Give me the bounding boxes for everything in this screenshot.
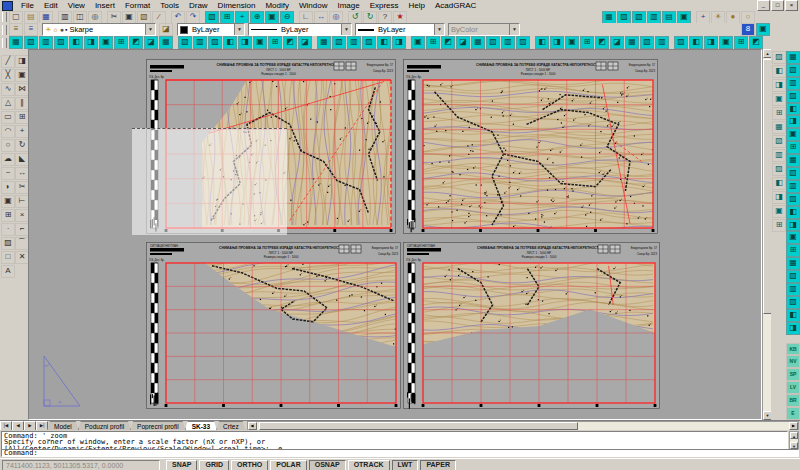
menu-format[interactable]: Format [120, 0, 155, 11]
grac-tool-icon[interactable]: ◨ [550, 36, 564, 49]
grac-layer-set-icon[interactable]: NV [786, 355, 800, 368]
insert-raster-icon[interactable]: ▧ [205, 11, 219, 24]
scroll-up-icon[interactable]: ▲ [790, 432, 798, 439]
lock-icon[interactable]: ● [726, 11, 740, 24]
grac-tool-icon[interactable]: ▣ [99, 36, 113, 49]
zoom-previous-icon[interactable]: ⊖ [280, 11, 294, 24]
grac-tool-icon[interactable]: ▨ [54, 36, 68, 49]
zoom-window-icon[interactable]: ▣ [265, 11, 279, 24]
grac-tool-icon[interactable]: ▦ [772, 121, 786, 134]
toolbar-grip[interactable] [2, 25, 7, 35]
grac-tool-icon[interactable]: ◧ [786, 103, 800, 116]
cut-icon[interactable]: ✂ [107, 11, 121, 24]
menu-file[interactable]: File [16, 0, 39, 11]
polygon-icon[interactable]: △ [1, 97, 15, 110]
toggle-lwt[interactable]: LWT [392, 460, 419, 470]
menu-help[interactable]: Help [404, 0, 430, 11]
regen-icon[interactable]: ↻ [363, 11, 377, 24]
grac-tool-icon[interactable]: ▦ [317, 36, 331, 49]
grac-tool-icon[interactable]: ▣ [565, 36, 579, 49]
grac-tool-icon[interactable]: ◧ [223, 36, 237, 49]
grac-tool-icon[interactable]: ▧ [786, 167, 800, 180]
grac-tool-icon[interactable]: ▨ [208, 36, 222, 49]
menu-modify[interactable]: Modify [260, 0, 294, 11]
menu-tools[interactable]: Tools [155, 0, 184, 11]
menu-window[interactable]: Window [294, 0, 332, 11]
grac-tool-icon[interactable]: ◧ [377, 36, 391, 49]
grac-tool-icon[interactable]: ◩ [441, 36, 455, 49]
copy-object-icon[interactable]: ▣ [15, 69, 29, 82]
drawing-area[interactable]: СНИМАЊЕ ПРОМЕНА ЗА ПОТРЕБЕ ИЗРАДЕ КАТАСТ… [28, 49, 762, 420]
grac-survey-icon[interactable]: ▦ [602, 11, 616, 24]
grac-tool-icon[interactable]: ▧ [786, 270, 800, 283]
grac-tool-icon[interactable]: ◨ [786, 219, 800, 232]
grac-tool-icon[interactable]: ⊞ [786, 244, 800, 257]
scroll-left-icon[interactable]: ◀ [248, 422, 257, 430]
menu-view[interactable]: View [63, 0, 90, 11]
lineweight-dropdown[interactable]: ByLayer ▼ [355, 23, 445, 36]
grac-tool-icon[interactable]: ⊞ [580, 36, 594, 49]
grac-tool-icon[interactable]: ◧ [69, 36, 83, 49]
grac-tool-icon[interactable]: ▨ [786, 296, 800, 309]
scale-icon[interactable]: ◣ [15, 153, 29, 166]
command-input[interactable]: Command: [1, 449, 799, 457]
ellipse-icon[interactable]: ◗ [1, 181, 15, 194]
grac-report-icon[interactable]: ▣ [677, 11, 691, 24]
grac-tool-icon[interactable]: 8 [741, 23, 755, 36]
grac-tool-icon[interactable]: ▣ [253, 36, 267, 49]
grac-tool-icon[interactable]: ◧ [689, 36, 703, 49]
grac-import-icon[interactable]: ▥ [647, 11, 661, 24]
grac-tool-icon[interactable]: ◩ [749, 36, 763, 49]
grac-tool-icon[interactable]: ▥ [347, 36, 361, 49]
zoom-realtime-icon[interactable]: ⊕ [250, 11, 264, 24]
grac-tool-icon[interactable]: ▨ [772, 163, 786, 176]
grac-tool-icon[interactable]: ▧ [332, 36, 346, 49]
command-scrollbar[interactable]: ▲ ▼ [789, 431, 799, 450]
grac-tool-icon[interactable]: ◨ [392, 36, 406, 49]
grac-tool-icon[interactable]: ▨ [362, 36, 376, 49]
grac-tool-icon[interactable]: ⊞ [426, 36, 440, 49]
stretch-icon[interactable]: ↔ [15, 167, 29, 180]
chevron-down-icon[interactable]: ▼ [341, 24, 351, 35]
grac-tool-icon[interactable]: ⊞ [772, 107, 786, 120]
menu-express[interactable]: Express [365, 0, 404, 11]
grac-tool-icon[interactable]: ◧ [786, 309, 800, 322]
named-views-icon[interactable]: ◎ [329, 11, 343, 24]
undo-icon[interactable]: ↶ [171, 11, 185, 24]
arc-icon[interactable]: ◠ [1, 125, 15, 138]
grac-tool-icon[interactable]: ▦ [159, 36, 173, 49]
toggle-polar[interactable]: POLAR [270, 460, 307, 470]
rotate-icon[interactable]: ↻ [15, 139, 29, 152]
region-icon[interactable]: □ [1, 251, 15, 264]
hatch-icon[interactable]: ▨ [1, 237, 15, 250]
grac-tool-icon[interactable]: ⊞ [772, 219, 786, 232]
grac-tool-icon[interactable]: ▣ [786, 128, 800, 141]
chevron-down-icon[interactable]: ▼ [234, 24, 244, 35]
mtext-icon[interactable]: A [1, 265, 15, 278]
toggle-ortho[interactable]: ORTHO [231, 460, 268, 470]
grac-tool-icon[interactable]: ◨ [786, 322, 800, 335]
polyline-icon[interactable]: ∿ [1, 83, 15, 96]
explode-icon[interactable]: ✕ [15, 251, 29, 264]
ucs-icon[interactable]: ∟ [299, 11, 313, 24]
restore-button[interactable]: □ [771, 0, 784, 11]
mirror-icon[interactable]: ⋈ [15, 83, 29, 96]
grac-tool-icon[interactable]: ◨ [84, 36, 98, 49]
grac-tool-icon[interactable]: ▥ [655, 36, 669, 49]
grac-tool-icon[interactable]: ◩ [595, 36, 609, 49]
break-icon[interactable]: × [15, 209, 29, 222]
unlock-icon[interactable]: ○ [741, 11, 755, 24]
grac-tool-icon[interactable]: ▦ [625, 36, 639, 49]
chevron-down-icon[interactable]: ▼ [145, 24, 155, 35]
grac-tool-icon[interactable]: ▧ [772, 135, 786, 148]
grac-tool-icon[interactable]: ▧ [786, 64, 800, 77]
layer-manager-icon[interactable]: ≡ [9, 23, 23, 36]
distance-icon[interactable]: ↔ [314, 11, 328, 24]
menu-edit[interactable]: Edit [39, 0, 63, 11]
layer-previous-icon[interactable]: ≡ [24, 23, 38, 36]
circle-icon[interactable]: ○ [1, 139, 15, 152]
grac-tool-icon[interactable]: ◧ [535, 36, 549, 49]
light-icon[interactable]: ☀ [711, 11, 725, 24]
grac-tool-icon[interactable]: ▣ [772, 93, 786, 106]
move-icon[interactable]: + [15, 125, 29, 138]
